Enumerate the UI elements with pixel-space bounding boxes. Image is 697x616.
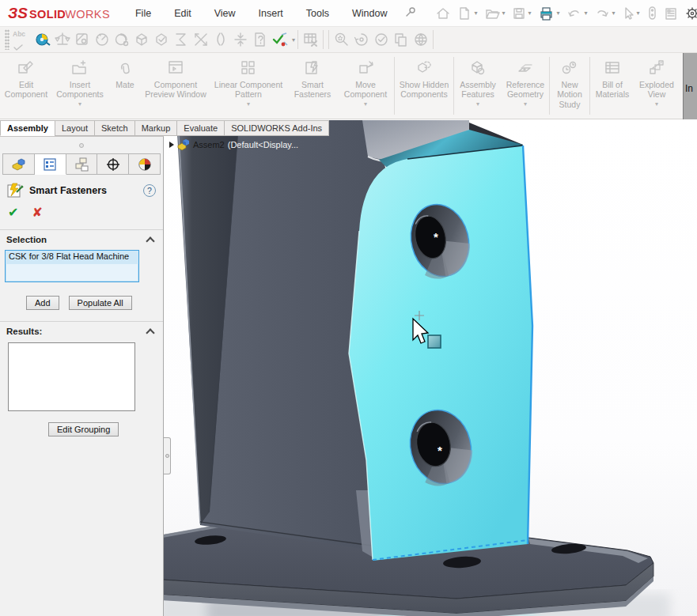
menu-tools[interactable]: Tools	[306, 8, 329, 19]
print-dropdown-icon[interactable]: ▾	[557, 9, 560, 17]
redo-icon[interactable]: ▾	[592, 6, 618, 21]
menu-insert[interactable]: Insert	[259, 8, 283, 19]
graphics-viewport[interactable]: * *	[164, 120, 697, 616]
ribbon-mate[interactable]: Mate	[108, 53, 142, 119]
ribbon-assembly-features[interactable]: Assembly Features ▾	[454, 53, 502, 119]
ribbon-show-hidden-components[interactable]: Show Hidden Components	[395, 53, 453, 119]
menu-view[interactable]: View	[214, 8, 236, 19]
fastener-type-listbox[interactable]: CSK for 3/8 Flat Head Machine	[5, 250, 139, 282]
home-icon[interactable]	[433, 6, 453, 21]
compare-icon[interactable]	[391, 30, 411, 49]
toolbar-drag-handle[interactable]	[5, 29, 9, 50]
ribbon-component-preview-window[interactable]: Component Preview Window	[142, 53, 209, 119]
interference-detection-icon[interactable]	[191, 30, 210, 49]
save-icon[interactable]: ▾	[509, 6, 534, 21]
design-checker-icon[interactable]	[270, 30, 290, 49]
draft-analysis-icon[interactable]	[210, 30, 230, 49]
menu-edit[interactable]: Edit	[174, 8, 191, 19]
select-dropdown-icon[interactable]: ▾	[637, 9, 640, 17]
ribbon-new-motion-study[interactable]: New Motion Study	[550, 53, 589, 119]
options-gear-icon[interactable]: ▾	[682, 6, 697, 21]
collapse-chevron-icon[interactable]	[146, 328, 154, 337]
tab-evaluate[interactable]: Evaluate	[176, 120, 224, 136]
tree-node-config[interactable]: (Default<Display...	[228, 140, 298, 149]
dropdown-arrow-icon[interactable]: ▾	[364, 100, 367, 108]
tab-property-manager[interactable]	[35, 153, 66, 175]
toolbar-separator	[433, 30, 434, 49]
ribbon-linear-component-pattern[interactable]: Linear Component Pattern ▾	[209, 53, 288, 119]
collapse-chevron-icon[interactable]	[146, 236, 154, 245]
dropdown-arrow-icon[interactable]: ▾	[247, 100, 250, 108]
feature-tree-root[interactable]: Assem2 (Default<Display...	[169, 138, 298, 150]
ribbon-edit-component[interactable]: Edit Component	[0, 53, 52, 119]
tab-feature-manager[interactable]	[2, 153, 35, 175]
tab-layout[interactable]: Layout	[55, 120, 94, 136]
task-pane-icon[interactable]	[661, 6, 680, 21]
pin-menu-icon[interactable]	[404, 6, 417, 21]
tab-display-manager[interactable]	[129, 153, 161, 175]
ribbon-move-component[interactable]: Move Component ▾	[337, 53, 394, 119]
menu-file[interactable]: File	[135, 8, 151, 19]
panel-splitter-handle[interactable]	[164, 437, 171, 474]
measure-icon[interactable]	[32, 30, 52, 49]
ribbon-exploded-view[interactable]: Exploded View ▾	[634, 53, 679, 119]
redo-dropdown-icon[interactable]: ▾	[612, 9, 616, 17]
tab-solidworks-add-ins[interactable]: SOLIDWORKS Add-Ins	[224, 120, 329, 136]
help-icon[interactable]: ?	[143, 184, 156, 197]
ribbon-bill-of-materials[interactable]: Bill of Materials	[590, 53, 634, 119]
ok-button[interactable]: ✔	[8, 206, 18, 219]
dropdown-arrow-icon[interactable]: ▾	[524, 100, 527, 108]
tab-sketch[interactable]: Sketch	[94, 120, 134, 136]
fastener-type-selected-item[interactable]: CSK for 3/8 Flat Head Machine	[6, 251, 138, 264]
populate-all-button[interactable]: Populate All	[69, 296, 132, 310]
ribbon-insert-components[interactable]: Insert Components ▾	[52, 53, 108, 119]
magnified-selection-icon[interactable]	[331, 30, 351, 49]
ribbon-smart-fasteners[interactable]: Smart Fasteners	[288, 53, 337, 119]
spell-checker-icon[interactable]: Abc	[13, 30, 32, 49]
expand-arrow-icon[interactable]	[169, 142, 174, 148]
save-dropdown-icon[interactable]: ▾	[528, 9, 532, 17]
dropdown-arrow-icon[interactable]: ▾	[655, 100, 658, 108]
ribbon-overflow-instant3d[interactable]: In	[683, 53, 697, 119]
mass-properties-icon[interactable]	[52, 30, 72, 49]
tab-dimxpert-manager[interactable]	[97, 153, 129, 175]
section-properties-icon[interactable]	[72, 30, 92, 49]
touch-mode-icon[interactable]	[644, 6, 660, 21]
select-icon[interactable]: ▾	[619, 6, 642, 21]
design-checker-dropdown-icon[interactable]: ▾	[292, 36, 295, 43]
tab-markup[interactable]: Markup	[134, 120, 177, 136]
check-icon[interactable]	[131, 30, 151, 49]
new-dropdown-icon[interactable]: ▾	[474, 9, 477, 17]
verification-icon[interactable]	[371, 30, 391, 49]
import-diagnostics-icon[interactable]	[250, 30, 270, 49]
dropdown-arrow-icon[interactable]: ▾	[78, 100, 81, 108]
dropdown-arrow-icon[interactable]: ▾	[476, 100, 479, 108]
performance-evaluation-icon[interactable]	[92, 30, 112, 49]
undo-dropdown-icon[interactable]: ▾	[585, 9, 588, 17]
equations-icon[interactable]	[171, 30, 191, 49]
new-document-icon[interactable]: ▾	[455, 6, 479, 21]
dynamic-evaluation-icon[interactable]	[351, 30, 371, 49]
tree-node-name[interactable]: Assem2	[193, 140, 225, 149]
cancel-button[interactable]: ✘	[32, 206, 42, 219]
evaluate-table-icon[interactable]	[301, 30, 320, 49]
menu-window[interactable]: Window	[352, 8, 387, 19]
edit-grouping-button[interactable]: Edit Grouping	[48, 422, 119, 436]
curvature-icon[interactable]	[112, 30, 131, 49]
panel-grip[interactable]	[0, 137, 163, 153]
open-dropdown-icon[interactable]: ▾	[502, 9, 506, 17]
tab-configuration-manager[interactable]	[66, 153, 98, 175]
open-icon[interactable]: ▾	[482, 6, 508, 21]
deviation-analysis-icon[interactable]	[151, 30, 171, 49]
print-icon[interactable]: ▾	[536, 6, 563, 21]
thickness-analysis-icon[interactable]	[230, 30, 250, 49]
edit-component-icon	[17, 59, 36, 77]
sustainability-icon[interactable]	[411, 30, 430, 49]
results-listbox[interactable]	[8, 342, 135, 411]
linear-component-pattern-icon	[239, 59, 258, 77]
add-button[interactable]: Add	[26, 296, 59, 310]
menu-bar: ЗS SOLID WORKS File Edit View Insert Too…	[0, 0, 697, 26]
undo-icon[interactable]: ▾	[564, 6, 590, 21]
tab-assembly[interactable]: Assembly	[0, 120, 55, 136]
ribbon-reference-geometry[interactable]: Reference Geometry ▾	[502, 53, 549, 119]
